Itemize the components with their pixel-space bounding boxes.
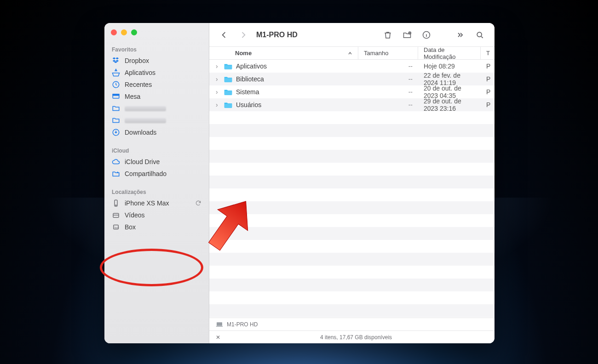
sidebar-item-downloads[interactable]: Downloads: [108, 126, 205, 138]
column-name[interactable]: Nome: [209, 47, 358, 59]
sidebar-section-locations: Localizações: [108, 186, 205, 197]
file-row[interactable]: › Sistema -- 20 de out. de 2023 04:35 P: [209, 85, 494, 98]
svg-point-12: [477, 32, 482, 37]
disclosure-icon[interactable]: ›: [216, 63, 220, 70]
sync-icon: [195, 200, 201, 206]
sidebar-item-redacted-1[interactable]: [108, 102, 205, 114]
sidebar-item-label: Downloads: [125, 129, 201, 136]
sidebar-item-label: Aplicativos: [125, 69, 201, 76]
file-row[interactable]: › Biblioteca -- 22 de fev. de 2024 11:19…: [209, 73, 494, 85]
column-size-label: Tamanho: [364, 50, 388, 57]
close-window-button[interactable]: [111, 29, 117, 35]
box-icon: box: [112, 223, 120, 231]
empty-row: [209, 150, 494, 163]
sidebar-item-label: iPhone XS Max: [125, 199, 190, 207]
file-size: --: [358, 88, 418, 96]
sidebar-item-box[interactable]: box Box: [108, 221, 205, 233]
sidebar-item-dropbox[interactable]: Dropbox: [108, 55, 205, 67]
column-size[interactable]: Tamanho: [358, 47, 418, 59]
sidebar-item-desktop[interactable]: Mesa: [108, 91, 205, 102]
info-button[interactable]: [420, 28, 433, 41]
svg-rect-2: [113, 94, 119, 96]
cancel-icon[interactable]: ✕: [216, 334, 224, 341]
column-date[interactable]: Data de Modificação: [418, 47, 481, 59]
svg-rect-16: [224, 104, 232, 108]
file-name: Sistema: [236, 88, 259, 96]
sidebar-item-shared[interactable]: Compartilhado: [108, 168, 205, 180]
sidebar-item-label: Vídeos: [125, 211, 201, 219]
file-row[interactable]: › Usuários -- 29 de out. de 2023 23:16 P: [209, 98, 494, 111]
column-headers: Nome Tamanho Data de Modificação T: [209, 47, 494, 60]
sidebar-item-iphone[interactable]: iPhone XS Max: [108, 197, 205, 209]
empty-row: [209, 137, 494, 150]
sort-ascending-icon: [348, 51, 352, 56]
column-kind-label: T: [486, 50, 490, 57]
svg-point-6: [115, 205, 116, 206]
redacted-label: [125, 106, 166, 111]
status-text: 4 itens, 17,67 GB disponíveis: [224, 334, 488, 341]
downloads-icon: [112, 128, 120, 136]
column-kind[interactable]: T: [481, 47, 494, 59]
sidebar-item-redacted-2[interactable]: [108, 114, 205, 126]
file-row[interactable]: › Aplicativos -- Hoje 08:29 P: [209, 60, 494, 73]
window-controls: [108, 29, 205, 44]
file-name: Biblioteca: [236, 75, 264, 83]
sidebar-item-applications[interactable]: Aplicativos: [108, 67, 205, 79]
sidebar-item-label: Mesa: [125, 93, 201, 100]
desktop-icon: [112, 92, 120, 101]
folder-icon: [224, 102, 232, 108]
empty-row: [209, 266, 494, 279]
empty-row: [209, 291, 494, 304]
laptop-icon: [216, 322, 223, 327]
sidebar-item-icloud-drive[interactable]: iCloud Drive: [108, 156, 205, 168]
apps-icon: [112, 68, 120, 77]
search-button[interactable]: [473, 28, 486, 41]
file-name: Usuários: [236, 101, 261, 108]
window-title: M1-PRO HD: [256, 31, 298, 39]
cloud-icon: [112, 158, 120, 166]
main-panel: M1-PRO HD Nome Tamanho Data de Modificaç…: [209, 23, 494, 343]
path-bar[interactable]: M1-PRO HD: [209, 318, 494, 330]
minimize-window-button[interactable]: [121, 29, 127, 35]
svg-point-4: [117, 172, 118, 173]
trash-button[interactable]: [381, 28, 394, 41]
empty-row: [209, 304, 494, 317]
empty-row: [209, 124, 494, 137]
empty-row: [209, 214, 494, 227]
column-date-label: Data de Modificação: [424, 46, 475, 60]
disclosure-icon[interactable]: ›: [216, 88, 220, 96]
column-name-label: Nome: [235, 50, 252, 57]
zoom-window-button[interactable]: [131, 29, 137, 35]
file-size: --: [358, 75, 418, 83]
file-size: --: [358, 63, 418, 70]
iphone-icon: [112, 199, 120, 207]
file-kind: P: [481, 63, 494, 70]
file-kind: P: [481, 75, 494, 83]
sidebar-item-label: Recentes: [125, 81, 201, 88]
finder-window: Favoritos Dropbox Aplicativos Recentes M…: [104, 23, 494, 343]
empty-row: [209, 163, 494, 176]
empty-row: [209, 240, 494, 253]
svg-rect-18: [216, 326, 223, 326]
sidebar-section-icloud: iCloud: [108, 145, 205, 156]
sidebar-item-recents[interactable]: Recentes: [108, 79, 205, 91]
empty-row: [209, 111, 494, 124]
disclosure-icon[interactable]: ›: [216, 75, 220, 83]
empty-row: [209, 201, 494, 214]
empty-row: [209, 176, 494, 188]
file-list: › Aplicativos -- Hoje 08:29 P › Bibliote…: [209, 60, 494, 318]
empty-row: [209, 188, 494, 201]
back-button[interactable]: [218, 28, 230, 41]
sidebar-item-videos[interactable]: Vídeos: [108, 209, 205, 221]
file-name: Aplicativos: [236, 63, 267, 70]
folder-icon: [112, 104, 120, 113]
new-folder-button[interactable]: [401, 28, 414, 41]
sidebar-item-label: Box: [125, 223, 201, 231]
folder-icon: [112, 116, 120, 125]
overflow-button[interactable]: [454, 28, 467, 41]
svg-text:box: box: [115, 226, 119, 229]
forward-button[interactable]: [237, 28, 250, 41]
file-date: Hoje 08:29: [418, 63, 481, 70]
path-location: M1-PRO HD: [227, 321, 258, 328]
disclosure-icon[interactable]: ›: [216, 101, 220, 108]
